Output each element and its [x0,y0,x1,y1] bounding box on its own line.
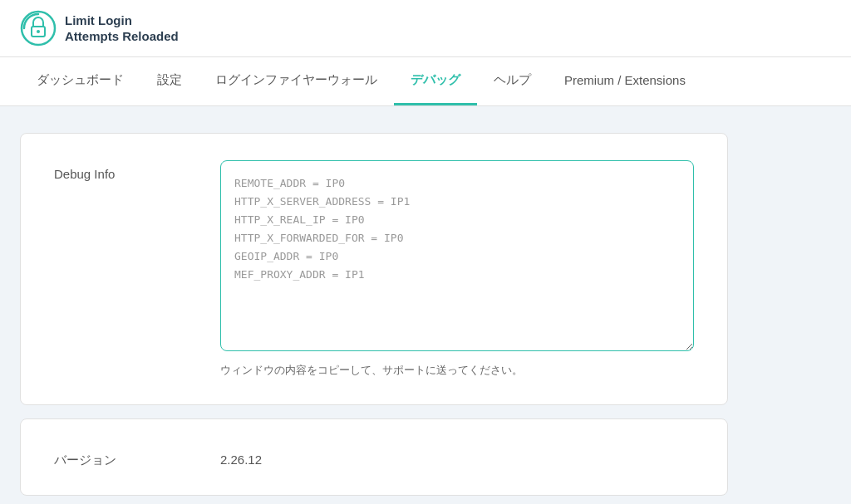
debug-hint: ウィンドウの内容をコピーして、サポートに送ってください。 [220,363,694,378]
nav-item-dashboard[interactable]: ダッシュボード [20,57,140,105]
version-row: バージョン 2.26.12 [21,419,727,495]
nav-item-premium[interactable]: Premium / Extensions [548,57,702,105]
version-value: 2.26.12 [220,446,694,467]
debug-label: Debug Info [54,160,187,181]
logo-container: Limit Login Attempts Reloaded [20,10,179,46]
main-nav: ダッシュボード 設定 ログインファイヤーウォール デバッグ ヘルプ Premiu… [0,57,851,106]
nav-item-debug[interactable]: デバッグ [394,57,477,105]
main-content: Debug Info ウィンドウの内容をコピーして、サポートに送ってください。 … [0,106,748,504]
nav-item-help[interactable]: ヘルプ [477,57,548,105]
svg-point-2 [37,30,40,33]
debug-textarea[interactable] [220,160,694,351]
debug-info-row: Debug Info ウィンドウの内容をコピーして、サポートに送ってください。 [21,134,727,404]
version-content: 2.26.12 [220,446,694,467]
version-card: バージョン 2.26.12 [20,418,728,496]
header: Limit Login Attempts Reloaded [0,0,851,57]
version-label: バージョン [54,446,187,468]
debug-content: ウィンドウの内容をコピーして、サポートに送ってください。 [220,160,694,378]
logo-text: Limit Login Attempts Reloaded [65,12,179,45]
nav-item-firewall[interactable]: ログインファイヤーウォール [199,57,394,105]
logo-icon [20,10,57,46]
debug-card: Debug Info ウィンドウの内容をコピーして、サポートに送ってください。 [20,133,728,405]
nav-item-settings[interactable]: 設定 [140,57,199,105]
